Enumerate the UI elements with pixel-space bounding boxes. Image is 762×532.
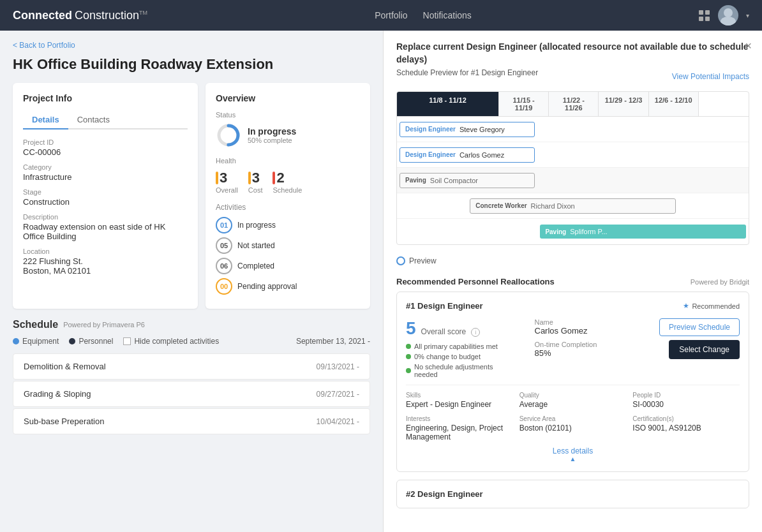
grid-col-week2: 11/15 - 11/19 <box>499 92 549 116</box>
apps-grid-icon[interactable] <box>699 10 710 21</box>
status-sub: 50% complete <box>248 137 296 144</box>
demolition-title: Demolition & Removal <box>24 362 106 371</box>
project-info-title: Project Info <box>23 93 188 103</box>
skills-value: Expert - Design Engineer <box>406 400 513 409</box>
green-dot-3 <box>406 368 411 373</box>
detail-service-area: Service Area Boston (02101) <box>519 415 627 441</box>
star-icon: ★ <box>683 302 689 310</box>
role-label-spliform: Paving <box>545 228 566 235</box>
top-nav-links: Portfolio Notifications <box>375 10 472 20</box>
health-schedule-bar <box>273 172 275 184</box>
personnel-label: Personnel <box>78 337 113 346</box>
name-label-paving: Soil Compactor <box>430 177 478 184</box>
legend-personnel: Personnel <box>69 337 113 346</box>
preview-radio[interactable] <box>396 256 405 265</box>
top-navigation: Connected ConstructionTM Portfolio Notif… <box>0 0 762 31</box>
detail-interests: Interests Engineering, Design, Project M… <box>406 415 513 441</box>
activity-num-06: 06 <box>216 258 232 274</box>
detail-people-id: People ID SI-00030 <box>632 392 740 409</box>
health-overall-bar <box>216 172 218 184</box>
project-id-value: CC-00006 <box>23 147 188 157</box>
brand-light: ConstructionTM <box>75 9 147 22</box>
certifications-value: ISO 9001, AS9120B <box>632 424 740 432</box>
rec-card-2: #2 Design Engineer <box>396 480 749 508</box>
activity-in-progress: 01 In progress <box>216 217 360 233</box>
activity-label-01: In progress <box>237 221 276 230</box>
page-title: HK Office Building Roadway Extension <box>13 56 370 73</box>
certifications-label: Certification(s) <box>632 415 740 422</box>
recommendations-header-row: Recommended Personnel Reallocations Powe… <box>384 272 762 292</box>
activity-pending: 00 Pending approval <box>216 278 360 295</box>
score-row: 5 Overall score i <box>406 318 509 339</box>
hide-completed-checkbox[interactable] <box>123 337 131 345</box>
modal-subtitle: Schedule Preview for #1 Design Engineer <box>396 68 538 77</box>
notifications-link[interactable]: Notifications <box>423 10 472 20</box>
description-value: Roadway extension on east side of HK Off… <box>23 222 188 241</box>
hide-completed-label: Hide completed activities <box>134 337 219 346</box>
right-panel: × Replace current Design Engineer (alloc… <box>383 31 762 532</box>
location-label: Location <box>23 248 188 255</box>
resource-bar-concrete: Concrete Worker Richard Dixon <box>470 198 676 214</box>
grid-empty-steve <box>537 117 749 142</box>
legend-hide-completed[interactable]: Hide completed activities <box>123 337 219 346</box>
less-details-caret: ▲ <box>406 455 740 462</box>
tab-contacts[interactable]: Contacts <box>68 111 119 129</box>
activity-num-00: 00 <box>216 278 232 295</box>
top-nav-right: ▾ <box>699 5 749 26</box>
tab-details[interactable]: Details <box>23 111 68 129</box>
user-dropdown-icon[interactable]: ▾ <box>746 12 749 19</box>
health-label: Health <box>216 157 360 165</box>
health-overall-label: Overall <box>216 186 238 194</box>
rec1-title: #1 Design Engineer <box>406 301 483 311</box>
rec-action-col: Preview Schedule Select Change <box>650 318 740 378</box>
view-impacts-link[interactable]: View Potential Impacts <box>672 72 749 81</box>
equipment-dot <box>13 338 19 344</box>
completion-label: On-time Completion <box>535 341 638 348</box>
user-avatar[interactable] <box>718 5 738 26</box>
brand-bold: Connected <box>13 9 72 22</box>
score-number: 5 <box>406 318 416 339</box>
service-area-label: Service Area <box>519 415 627 422</box>
select-change-button[interactable]: Select Change <box>669 340 740 359</box>
rec-left: 5 Overall score i All primary capabiliti… <box>406 318 509 378</box>
project-info-card: Project Info Details Contacts Project ID… <box>13 83 198 309</box>
less-details-link[interactable]: Less details <box>406 441 740 455</box>
role-label-paving: Paving <box>405 177 426 184</box>
portfolio-link[interactable]: Portfolio <box>375 10 407 20</box>
preview-schedule-button[interactable]: Preview Schedule <box>659 318 740 336</box>
left-panel: < Back to Portfolio HK Office Building R… <box>0 31 383 532</box>
recommended-label: Recommended <box>692 302 740 310</box>
completion-row: On-time Completion 85% <box>535 341 638 358</box>
schedule-section: Schedule Powered by Primavera P6 Equipme… <box>13 319 370 436</box>
health-schedule-score: 2 <box>273 170 302 186</box>
modal-close-button[interactable]: × <box>745 40 752 53</box>
schedule-header: Schedule Powered by Primavera P6 <box>13 319 370 330</box>
skills-label: Skills <box>406 392 513 399</box>
location-row: Location 222 Flushing St.Boston, MA 0210… <box>23 248 188 276</box>
grid-cell-paving1: Paving Soil Compactor <box>397 168 537 193</box>
grading-title: Grading & Sloping <box>24 389 91 399</box>
personnel-dot <box>69 338 75 344</box>
resource-bar-carlos: Design Engineer Carlos Gomez <box>400 147 535 163</box>
completion-value: 85% <box>535 348 638 358</box>
grid-row-spliform: Paving Spliform P... <box>397 219 749 244</box>
preview-toggle[interactable]: Preview <box>384 253 762 272</box>
detail-quality: Quality Average <box>519 392 627 409</box>
role-label: Design Engineer <box>405 126 456 133</box>
name-label-carlos: Carlos Gomez <box>459 151 504 159</box>
recommendations-powered: Powered by Bridgit <box>691 278 749 286</box>
svg-point-0 <box>724 8 733 17</box>
resource-bar-paving: Paving Soil Compactor <box>400 173 535 188</box>
back-to-portfolio-link[interactable]: < Back to Portfolio <box>13 41 370 50</box>
score-label: Overall score <box>421 327 467 336</box>
status-label: Status <box>216 111 360 119</box>
schedule-rows: Demolition & Removal 09/13/2021 - Gradin… <box>13 353 370 436</box>
preview-label: Preview <box>409 256 437 265</box>
grid-row-concrete: Concrete Worker Richard Dixon <box>397 193 749 219</box>
interests-value: Engineering, Design, Project Management <box>406 424 513 441</box>
resource-bar-spliform: Paving Spliform P... <box>540 225 746 239</box>
svg-point-1 <box>721 17 736 26</box>
project-info-tabs: Details Contacts <box>23 111 188 129</box>
stage-value: Construction <box>23 197 188 207</box>
detail-certifications: Certification(s) ISO 9001, AS9120B <box>632 415 740 441</box>
